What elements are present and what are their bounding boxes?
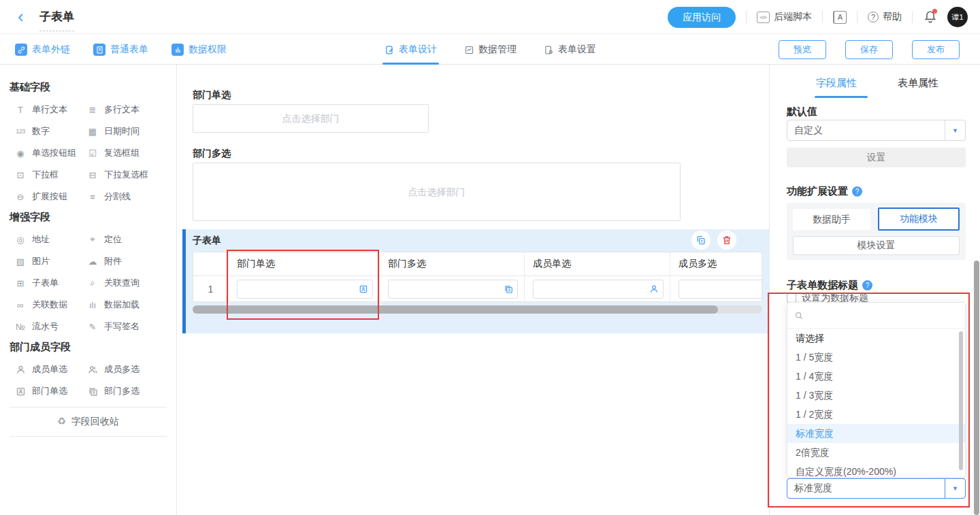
- address-book-icon[interactable]: A: [833, 11, 847, 24]
- dropdown-option[interactable]: 自定义宽度(20%-200%): [787, 462, 965, 478]
- avatar[interactable]: 谭1: [947, 7, 968, 27]
- field-multi-line-text[interactable]: ≣多行文本: [86, 103, 176, 116]
- linked-data-icon: ∞: [14, 300, 27, 310]
- panel-vertical-scrollbar[interactable]: [974, 261, 979, 515]
- field-image[interactable]: ▧图片: [14, 255, 86, 267]
- tab-form-settings[interactable]: 表单设置: [544, 35, 596, 65]
- chevron-down-icon[interactable]: ▼: [945, 120, 965, 140]
- publish-button[interactable]: 发布: [912, 40, 960, 59]
- extension-card: 数据助手 功能模块 模块设置: [787, 203, 966, 260]
- copy-button[interactable]: [691, 231, 710, 250]
- field-single-line-text[interactable]: T单行文本: [14, 103, 86, 116]
- help-button[interactable]: ? 帮助: [868, 11, 902, 23]
- image-icon: ▧: [14, 256, 27, 267]
- field-linked-query[interactable]: ⌕关联查询: [86, 277, 176, 289]
- code-icon: </>: [757, 12, 770, 23]
- field-address[interactable]: ◎地址: [14, 233, 86, 246]
- field-checkbox-group[interactable]: ☑复选框组: [86, 147, 176, 159]
- backend-script-label: 后端脚本: [774, 11, 812, 23]
- dropdown-option[interactable]: 2倍宽度: [787, 443, 965, 462]
- function-module-button[interactable]: 功能模块: [878, 207, 960, 231]
- dept-multi-picker[interactable]: 点击选择部门: [193, 163, 681, 221]
- single-line-text-icon: T: [14, 105, 27, 115]
- link-icon: [15, 44, 27, 56]
- dept-single-picker[interactable]: 点击选择部门: [193, 104, 429, 133]
- col-header-dept-single: 部门单选: [229, 252, 380, 276]
- cell-input-member-single[interactable]: [533, 280, 664, 299]
- field-radio-group[interactable]: ◉单选按钮组: [14, 147, 86, 159]
- backend-script-button[interactable]: </> 后端脚本: [757, 11, 812, 23]
- field-linked-data[interactable]: ∞关联数据: [14, 299, 86, 311]
- tab-form-properties[interactable]: 表单属性: [898, 77, 938, 90]
- scrollbar-thumb[interactable]: [193, 305, 718, 314]
- normal-form-label: 普通表单: [110, 44, 148, 56]
- tab-field-properties[interactable]: 字段属性: [816, 77, 857, 90]
- dropdown-option-selected[interactable]: 标准宽度: [787, 424, 965, 443]
- field-divider-line[interactable]: ≡分割线: [86, 190, 176, 203]
- data-assistant-button[interactable]: 数据助手: [793, 209, 870, 230]
- dropdown-option[interactable]: 1 / 2宽度: [787, 405, 965, 424]
- save-button[interactable]: 保存: [845, 40, 893, 59]
- data-permission-button[interactable]: 数据权限: [172, 44, 227, 56]
- help-circle-icon[interactable]: ?: [862, 280, 872, 290]
- field-subform[interactable]: ⊞子表单: [14, 277, 86, 289]
- field-member-single[interactable]: 成员单选: [14, 363, 86, 376]
- subform-field-selected[interactable]: 子表单 部门单选 部门多选 成员单选 成员多选 1: [182, 229, 769, 333]
- tab-data-management[interactable]: 数据管理: [464, 35, 517, 65]
- question-icon: ?: [868, 12, 879, 22]
- width-select[interactable]: 标准宽度 ▼: [787, 478, 966, 499]
- field-recycle-bin[interactable]: ♻字段回收站: [10, 407, 167, 437]
- module-settings-button[interactable]: 模块设置: [793, 236, 960, 255]
- field-signature[interactable]: ✎手写签名: [86, 320, 176, 333]
- field-sidebar: 基础字段 T单行文本 ≣多行文本 123数字 ▦日期时间 ◉单选按钮组 ☑复选框…: [0, 65, 177, 515]
- dropdown-search-input[interactable]: [787, 303, 965, 329]
- dropdown-scrollbar[interactable]: [959, 331, 963, 470]
- dropdown-option[interactable]: 1 / 5宽度: [787, 348, 965, 367]
- delete-button[interactable]: [717, 231, 736, 250]
- subform-header-row: 部门单选 部门多选 成员单选 成员多选: [193, 252, 762, 276]
- normal-form-button[interactable]: 普通表单: [93, 44, 148, 56]
- field-member-multi[interactable]: 成员多选: [86, 363, 176, 376]
- default-value-select[interactable]: 自定义 ▼: [787, 120, 966, 141]
- cell-input-dept-multi[interactable]: [388, 280, 518, 299]
- col-header-member-single: 成员单选: [525, 252, 670, 276]
- width-dropdown-panel: 请选择 1 / 5宽度 1 / 4宽度 1 / 3宽度 1 / 2宽度 标准宽度…: [787, 302, 966, 478]
- field-dept-single[interactable]: 部门单选: [14, 385, 86, 397]
- tab-form-design[interactable]: 表单设计: [385, 35, 437, 65]
- chevron-down-icon[interactable]: ▼: [945, 479, 965, 498]
- subform-icon: ⊞: [14, 278, 27, 288]
- dropdown-option[interactable]: 请选择: [787, 329, 965, 348]
- field-data-load[interactable]: ılı数据加载: [86, 299, 176, 311]
- subform-data-row: 1: [193, 276, 762, 302]
- field-dept-multi[interactable]: 部门多选: [86, 385, 176, 397]
- dropdown-option[interactable]: 1 / 4宽度: [787, 367, 965, 386]
- back-icon[interactable]: ‹: [18, 5, 24, 27]
- notification-bell-icon[interactable]: [923, 10, 938, 24]
- field-location[interactable]: ⌖定位: [86, 233, 176, 246]
- section-title-enhanced: 增强字段: [10, 203, 176, 224]
- dropdown-option[interactable]: 1 / 3宽度: [787, 386, 965, 405]
- address-icon: ◎: [14, 235, 27, 245]
- checkbox-icon[interactable]: [787, 293, 796, 303]
- page-title[interactable]: 子表单: [39, 9, 74, 31]
- preview-button[interactable]: 预览: [779, 40, 826, 59]
- document-icon: [93, 44, 105, 56]
- form-external-link-button[interactable]: 表单外链: [15, 44, 70, 56]
- dropdown-icon: ⊡: [14, 170, 27, 180]
- set-button[interactable]: 设置: [787, 148, 966, 167]
- subform-horizontal-scrollbar[interactable]: [193, 305, 762, 314]
- attachment-icon: ☁: [86, 256, 99, 267]
- divider: [822, 11, 823, 23]
- field-attachment[interactable]: ☁附件: [86, 255, 176, 267]
- field-number[interactable]: 123数字: [14, 125, 86, 137]
- app-access-button[interactable]: 应用访问: [668, 7, 736, 28]
- field-multi-dropdown[interactable]: ⊟下拉复选框: [86, 169, 176, 181]
- cell-input-member-multi[interactable]: [679, 280, 762, 299]
- field-extend-button[interactable]: ⊖扩展按钮: [14, 190, 86, 203]
- field-serial-number[interactable]: №流水号: [14, 320, 86, 333]
- copy-icon: [696, 235, 706, 246]
- help-circle-icon[interactable]: ?: [852, 186, 862, 197]
- field-dropdown[interactable]: ⊡下拉框: [14, 169, 86, 181]
- cell-input-dept-single[interactable]: [237, 280, 373, 299]
- field-datetime[interactable]: ▦日期时间: [86, 125, 176, 137]
